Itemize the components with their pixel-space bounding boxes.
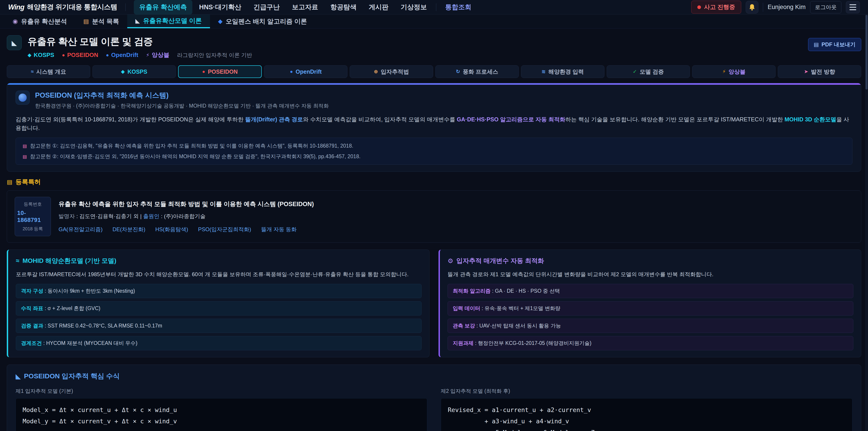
page-title: 유출유 확산 모델 이론 및 검증 <box>28 35 252 48</box>
pill-kosps[interactable]: ◆ KOSPS <box>92 65 176 78</box>
nav-item-aerial-search[interactable]: 항공탐색 <box>325 0 362 14</box>
spec-row: 최적화 알고리즘 : GA · DE · HS · PSO 중 선택 <box>447 284 853 298</box>
pill-model-validation[interactable]: ✓ 모델 검증 <box>607 65 690 78</box>
badge-ensemble: ⚡ 앙상블 <box>146 51 169 59</box>
mohid-model-card: ≈ MOHID 해양순환모델 (기반 모델) 포르투갈 IST/MARETEC에… <box>7 249 430 357</box>
spec-row: 수직 좌표 : σ + Z-level 혼합 (GVC) <box>16 301 422 315</box>
blue-dot-icon: ● <box>290 69 293 74</box>
microscope-icon: ◉ <box>13 18 18 25</box>
gear-icon: ⚙ <box>447 257 453 265</box>
document-icon: ▤ <box>814 41 819 48</box>
pill-future-direction[interactable]: ➤ 발전 방향 <box>778 65 861 78</box>
lightning-icon: ⚡ <box>722 69 726 74</box>
ruler-icon: ◣ <box>135 18 140 24</box>
logout-button[interactable]: 로그아웃 <box>810 1 841 13</box>
tag-drifter-assimilation[interactable]: 뜰개 자동 동화 <box>261 226 297 233</box>
compass-icon: ⊕ <box>374 69 378 74</box>
section-subtitle: 한국환경연구원 · (주)아라종합기술 · 한국해양기상기술 공동개발 · MO… <box>35 102 329 110</box>
model2-label: 제2 입자추적 모델 (최적화 후) <box>441 388 852 395</box>
tab-oil-fence-algorithm-theory[interactable]: ◆ 오일펜스 배치 알고리즘 이론 <box>210 14 315 28</box>
tab-label: 오일펜스 배치 알고리즘 이론 <box>226 17 307 26</box>
incident-status-label: 사고 진행중 <box>704 3 735 11</box>
nav-divider <box>125 3 126 11</box>
card-description: 포르투갈 IST/MARETEC에서 1985년부터 개발한 3D 수치 해양순… <box>16 271 422 278</box>
nav-item-board[interactable]: 게시판 <box>364 0 394 14</box>
scrollbar-thumb[interactable] <box>866 15 868 90</box>
poseidon-sphere-icon <box>16 91 30 105</box>
page-scrollbar <box>865 14 868 431</box>
tag-ga[interactable]: GA(유전알고리즘) <box>59 226 103 233</box>
patent-section: ▤ 등록특허 등록번호 10-1868791 2018 등록 유출유 확산 예측… <box>7 178 861 243</box>
model1-label: 제1 입자추적 모델 (기본) <box>16 388 427 395</box>
spec-row: 경계조건 : HYCOM 재분석 (MYOCEAN 대비 우수) <box>16 336 422 350</box>
patent-card: 등록번호 10-1868791 2018 등록 유출유 확산 예측을 위한 입자… <box>7 190 861 243</box>
books-icon: ▤ <box>23 154 27 159</box>
user-name: Eunjeong Kim <box>768 4 806 11</box>
wave-icon: ≋ <box>541 69 546 74</box>
pill-ensemble[interactable]: ⚡ 앙상블 <box>692 65 776 78</box>
patent-section-title: 등록특허 <box>16 178 41 186</box>
cycle-icon: ↻ <box>456 69 460 74</box>
bell-icon <box>749 4 755 11</box>
incident-status-badge[interactable]: 사고 진행중 <box>691 1 741 13</box>
hamburger-icon <box>849 4 856 5</box>
spec-row: 관측 보강 : UAV·선박 탑재 센서 동시 활용 가능 <box>447 319 853 333</box>
lightning-icon: ⚡ <box>146 52 149 58</box>
patent-number: 10-1868791 <box>17 210 49 223</box>
spec-row: 검증 결과 : SST RMSE 0.42~0.78°C, SLA RMSE 0… <box>16 319 422 333</box>
app-logo: Wing 해양환경 위기대응 통합시스템 <box>8 2 117 12</box>
rocket-icon: ➤ <box>804 69 808 74</box>
pill-poseidon[interactable]: ● POSEIDON <box>178 65 262 78</box>
notifications-button[interactable] <box>746 1 758 13</box>
patent-title: 유출유 확산 예측을 위한 입자 추적 모듈 최적화 방법 및 이를 이용한 예… <box>59 200 314 208</box>
shield-icon: ◆ <box>218 18 223 25</box>
page-ruler-icon: ◣ <box>7 35 22 50</box>
parameter-optimization-card: ⚙ 입자추적 매개변수 자동 최적화 뜰개 관측 경로와 제1 모델 예측값의 … <box>438 249 861 357</box>
page-header: ◣ 유출유 확산 모델 이론 및 검증 ◆ KOSPS ● POSEIDON ●… <box>7 29 861 59</box>
core-formulas-card: ◣ POSEIDON 입자추적 핵심 수식 제1 입자추적 모델 (기본) Mo… <box>7 365 861 431</box>
top-navbar: Wing 해양환경 위기대응 통합시스템 유출유 확산예측 HNS·대기확산 긴… <box>0 0 868 14</box>
pill-weathering-process[interactable]: ↻ 풍화 프로세스 <box>435 65 519 78</box>
page-subtitle: 라그랑지안 입자추적 이론 기반 <box>177 52 252 59</box>
model2-formula-code: Revised_x = a1·current_u + a2·current_v … <box>441 398 852 431</box>
algorithm-emphasis: GA·DE·HS·PSO 알고리즘으로 자동 최적화 <box>457 116 565 123</box>
tab-oil-spill-analysis[interactable]: ◉ 유출유 확산분석 <box>4 14 75 28</box>
pill-system-overview[interactable]: ≈ 시스템 개요 <box>7 65 90 78</box>
nav-item-reports[interactable]: 보고자료 <box>287 0 324 14</box>
badge-poseidon: ● POSEIDON <box>62 52 98 59</box>
tag-de[interactable]: DE(차분진화) <box>113 226 145 233</box>
poseidon-overview-card: POSEIDON (입자추적 최적화 예측 시스템) 한국환경연구원 · (주)… <box>7 83 861 172</box>
nav-divider <box>436 3 436 11</box>
pill-ocean-environment-input[interactable]: ≋ 해양환경 입력 <box>521 65 604 78</box>
section-body: 김충기·김도연 외(등록특허 10-1868791, 2018)가 개발한 PO… <box>16 115 852 132</box>
nav-item-weather-info[interactable]: 기상정보 <box>395 0 432 14</box>
hamburger-menu-button[interactable] <box>846 1 860 13</box>
patent-tag-row: GA(유전알고리즘) DE(차분진화) HS(화음탐색) PSO(입자군집최적화… <box>59 226 314 233</box>
badge-row: ◆ KOSPS ● POSEIDON ● OpenDrift ⚡ 앙상블 <box>28 51 252 59</box>
spec-row: 지원과제 : 행정안전부 KCG-01-2017-05 (해양경비지원기술) <box>447 336 853 350</box>
check-icon: ✓ <box>633 69 637 74</box>
books-icon: ▤ <box>23 143 27 149</box>
nav-item-oil-spill-prediction[interactable]: 유출유 확산예측 <box>134 0 192 14</box>
reference-item: ▤ 참고문헌 ①: 김도연·김용혁, "유출유 확산 예측을 위한 입자 추적 … <box>23 143 845 149</box>
nav-item-integrated-search[interactable]: 통합조회 <box>440 0 477 14</box>
tag-hs[interactable]: HS(화음탐색) <box>155 226 188 233</box>
tab-diffusion-model-theory[interactable]: ◣ 유출유확산모델 이론 <box>127 14 210 28</box>
tab-label: 분석 목록 <box>92 17 119 26</box>
nav-divider <box>763 3 763 12</box>
red-dot-icon: ● <box>62 52 65 58</box>
pill-opendrift[interactable]: ● OpenDrift <box>264 65 347 78</box>
nav-item-hns-diffusion[interactable]: HNS·대기확산 <box>194 0 247 14</box>
section-nav: ≈ 시스템 개요 ◆ KOSPS ● POSEIDON ● OpenDrift … <box>7 65 861 78</box>
pill-particle-tracking[interactable]: ⊕ 입자추적법 <box>350 65 433 78</box>
references-box: ▤ 참고문헌 ①: 김도연·김용혁, "유출유 확산 예측을 위한 입자 추적 … <box>16 137 852 165</box>
nav-item-emergency-rescue[interactable]: 긴급구난 <box>248 0 285 14</box>
tab-analysis-list[interactable]: ▤ 분석 목록 <box>75 14 127 28</box>
incident-dot-icon <box>698 5 701 9</box>
red-dot-icon: ● <box>202 69 205 74</box>
pdf-export-button[interactable]: ▤ PDF 내보내기 <box>808 38 861 51</box>
tab-label: 유출유 확산분석 <box>21 17 67 26</box>
drifter-path-emphasis: 뜰개(Drifter) 관측 경로 <box>245 116 303 123</box>
tag-pso[interactable]: PSO(입자군집최적화) <box>198 226 251 233</box>
badge-kosps: ◆ KOSPS <box>28 52 54 59</box>
